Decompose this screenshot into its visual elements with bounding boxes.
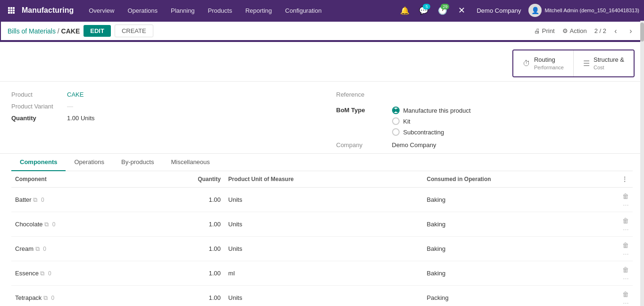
component-name: Essence ⧉ 0 xyxy=(11,261,142,286)
copy-icon[interactable]: ⧉ xyxy=(44,221,49,228)
tab-components[interactable]: Components xyxy=(11,154,66,171)
user-menu[interactable]: 👤 Mitchell Admin (demo_150_1640418313) xyxy=(528,4,639,17)
component-name: Batter ⧉ 0 xyxy=(11,188,142,212)
radio-subcontracting xyxy=(392,128,400,136)
product-variant-label: Product Variant xyxy=(11,103,63,110)
component-unit: Units xyxy=(225,286,423,306)
close-icon-btn[interactable]: ✕ xyxy=(454,3,469,18)
prev-page-button[interactable]: ‹ xyxy=(610,25,621,37)
structure-cost-button[interactable]: ☰ Structure & Cost xyxy=(574,50,634,76)
quantity-label: Quantity xyxy=(11,115,63,122)
radio-manufacture xyxy=(392,107,400,114)
smart-buttons-wrapper: ⏱ Routing Performance ☰ Structure & Cost xyxy=(512,50,635,77)
create-button[interactable]: CREATE xyxy=(115,25,153,37)
print-action[interactable]: 🖨 Print xyxy=(534,27,555,34)
breadcrumb: Bills of Materials / CAKE xyxy=(8,27,80,35)
user-name: Mitchell Admin (demo_150_1640418313) xyxy=(544,8,639,13)
breadcrumb-parent[interactable]: Bills of Materials xyxy=(8,27,56,35)
row-delete[interactable]: 🗑 … xyxy=(618,188,633,212)
product-variant-value: — xyxy=(67,103,73,110)
clock-badge: 29 xyxy=(441,4,449,9)
table-section: Component Quantity Product Unit of Measu… xyxy=(0,171,644,306)
bom-type-field: BoM Type Manufacture this product Kit xyxy=(336,107,633,136)
routing-performance-text: Routing Performance xyxy=(534,56,564,71)
breadcrumb-bar: Bills of Materials / CAKE EDIT CREATE 🖨 … xyxy=(0,21,644,42)
col-component: Component xyxy=(11,171,142,188)
company-name[interactable]: Demo Company xyxy=(473,7,525,14)
nav-item-configuration[interactable]: Configuration xyxy=(278,0,328,21)
component-unit: Units xyxy=(225,188,423,212)
delete-icon[interactable]: 🗑 xyxy=(622,192,629,200)
nav-item-overview[interactable]: Overview xyxy=(82,0,121,21)
print-label: Print xyxy=(542,27,555,34)
reference-field: Reference xyxy=(336,91,633,98)
table-row: Batter ⧉ 0 1.00 Units Baking 🗑 … xyxy=(11,188,633,212)
routing-performance-button[interactable]: ⏱ Routing Performance xyxy=(513,50,574,76)
column-options-icon[interactable]: ⋮ xyxy=(622,176,627,182)
avatar: 👤 xyxy=(528,4,542,17)
table-row: Chocolate ⧉ 0 1.00 Units Baking 🗑 … xyxy=(11,212,633,237)
tab-by-products[interactable]: By-products xyxy=(113,154,162,171)
scrollbar[interactable] xyxy=(640,21,644,306)
col-quantity: Quantity xyxy=(142,171,225,188)
copy-icon[interactable]: ⧉ xyxy=(43,294,48,301)
delete-icon[interactable]: 🗑 xyxy=(622,241,629,249)
row-delete[interactable]: 🗑 … xyxy=(618,212,633,237)
component-name: Tetrapack ⧉ 0 xyxy=(11,286,142,306)
svg-rect-7 xyxy=(10,12,12,14)
scrollbar-thumb[interactable] xyxy=(640,23,644,41)
nav-menu: Overview Operations Planning Products Re… xyxy=(82,0,395,21)
bom-type-manufacture[interactable]: Manufacture this product xyxy=(392,107,471,114)
next-page-button[interactable]: › xyxy=(625,25,636,37)
copy-count: 0 xyxy=(48,270,51,277)
component-operation: Baking xyxy=(423,188,618,212)
breadcrumb-left: Bills of Materials / CAKE EDIT CREATE xyxy=(8,25,153,37)
delete-icon[interactable]: 🗑 xyxy=(622,266,629,273)
nav-item-products[interactable]: Products xyxy=(201,0,239,21)
form-right-col: Reference BoM Type Manufacture this prod… xyxy=(336,91,633,149)
product-field: Product CAKE xyxy=(11,91,308,98)
chat-icon-btn[interactable]: 💬 5 xyxy=(416,3,431,18)
delete-icon[interactable]: 🗑 xyxy=(622,217,629,224)
nav-item-operations[interactable]: Operations xyxy=(121,0,164,21)
breadcrumb-current: CAKE xyxy=(61,27,80,35)
bell-icon: 🔔 xyxy=(400,6,410,15)
nav-right-actions: 🔔 💬 5 🕐 29 ✕ Demo Company 👤 Mitchell Adm… xyxy=(397,3,639,18)
product-value[interactable]: CAKE xyxy=(67,91,84,98)
component-operation: Baking xyxy=(423,237,618,261)
component-operation: Packing xyxy=(423,286,618,306)
row-delete[interactable]: 🗑 … xyxy=(618,237,633,261)
table-row: Essence ⧉ 0 1.00 ml Baking 🗑 … xyxy=(11,261,633,286)
nav-item-planning[interactable]: Planning xyxy=(164,0,201,21)
copy-icon[interactable]: ⧉ xyxy=(40,270,44,277)
row-more-icon: … xyxy=(623,224,629,232)
nav-item-reporting[interactable]: Reporting xyxy=(239,0,278,21)
chat-badge: 5 xyxy=(423,4,430,9)
bom-type-subcontracting-label: Subcontracting xyxy=(403,129,444,136)
copy-count: 0 xyxy=(51,295,55,301)
bom-type-label: BoM Type xyxy=(336,107,388,114)
row-delete[interactable]: 🗑 … xyxy=(618,286,633,306)
top-navigation: Manufacturing Overview Operations Planni… xyxy=(0,0,644,21)
bom-type-subcontracting[interactable]: Subcontracting xyxy=(392,128,471,136)
copy-count: 0 xyxy=(52,221,56,228)
tabs-section: Components Operations By-products Miscel… xyxy=(0,153,644,171)
tab-operations[interactable]: Operations xyxy=(66,154,113,171)
reference-label: Reference xyxy=(336,91,388,98)
clock-icon-btn[interactable]: 🕐 29 xyxy=(435,3,450,18)
delete-icon[interactable]: 🗑 xyxy=(622,290,629,298)
action-dropdown[interactable]: ⚙ Action xyxy=(562,27,587,34)
tab-miscellaneous[interactable]: Miscellaneous xyxy=(162,154,218,171)
row-more-icon: … xyxy=(623,273,629,281)
copy-icon[interactable]: ⧉ xyxy=(35,245,40,252)
row-delete[interactable]: 🗑 … xyxy=(618,261,633,286)
component-name: Chocolate ⧉ 0 xyxy=(11,212,142,237)
grid-menu-icon[interactable] xyxy=(5,4,18,17)
bom-type-kit[interactable]: Kit xyxy=(392,117,471,125)
copy-icon[interactable]: ⧉ xyxy=(33,196,37,203)
copy-count: 0 xyxy=(43,246,46,252)
edit-button[interactable]: EDIT xyxy=(84,25,111,37)
copy-count: 0 xyxy=(41,197,44,203)
bell-icon-btn[interactable]: 🔔 xyxy=(397,3,412,18)
quantity-value[interactable]: 1.00 Units xyxy=(67,115,95,122)
